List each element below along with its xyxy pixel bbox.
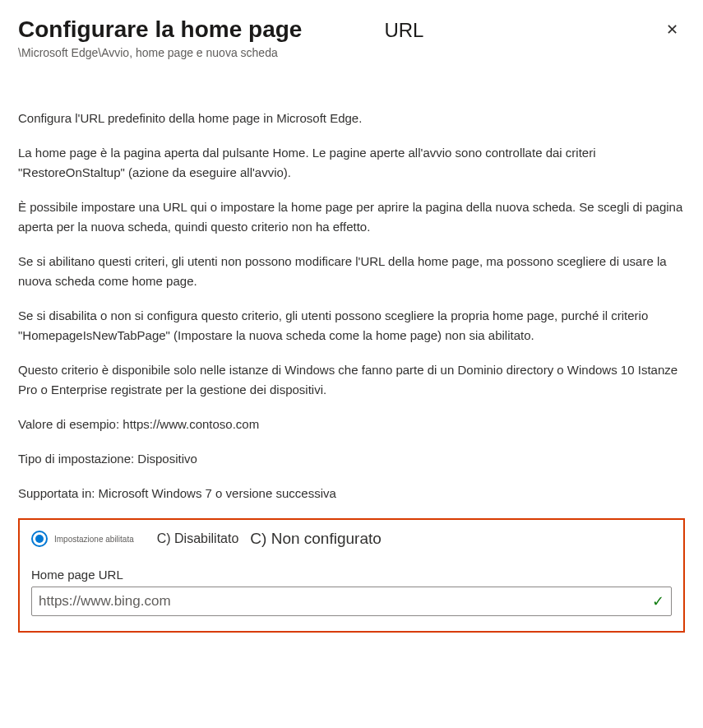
checkmark-icon: ✓ xyxy=(652,592,664,610)
close-button[interactable]: ✕ xyxy=(659,16,685,43)
radio-group: Impostazione abilitata C) Disabilitato C… xyxy=(31,530,672,548)
radio-dot-icon xyxy=(35,535,44,543)
description-line-5: Se si disabilita o non si configura ques… xyxy=(18,306,685,345)
dialog-title: Configurare la home page xyxy=(18,16,302,43)
description-line-3: È possibile impostare una URL qui o impo… xyxy=(18,197,685,237)
description-line-4: Se si abilitano questi criteri, gli uten… xyxy=(18,252,685,291)
description-line-7: Valore di esempio: https://www.contoso.c… xyxy=(18,415,685,434)
description-line-2: La home page è la pagina aperta dal puls… xyxy=(18,143,685,183)
radio-enabled[interactable] xyxy=(31,531,48,547)
close-icon: ✕ xyxy=(666,21,678,39)
description-line-8: Tipo di impostazione: Dispositivo xyxy=(18,449,685,469)
homepage-url-input[interactable] xyxy=(39,593,645,610)
description-line-6: Questo criterio è disponibile solo nelle… xyxy=(18,360,685,400)
radio-disabled-label[interactable]: C) Disabilitato xyxy=(157,531,239,546)
description-line-9: Supportata in: Microsoft Windows 7 o ver… xyxy=(18,484,685,503)
description-line-1: Configura l'URL predefinito della home p… xyxy=(18,109,685,128)
policy-setting-panel: Impostazione abilitata C) Disabilitato C… xyxy=(18,518,685,633)
dialog-title-suffix: URL xyxy=(384,19,423,42)
homepage-url-input-wrapper: ✓ xyxy=(31,587,672,616)
radio-not-configured-label[interactable]: C) Non configurato xyxy=(250,530,381,548)
radio-enabled-label: Impostazione abilitata xyxy=(54,535,134,544)
breadcrumb: \Microsoft Edge\Avvio, home page e nuova… xyxy=(18,46,685,59)
homepage-url-label: Home page URL xyxy=(31,568,672,582)
